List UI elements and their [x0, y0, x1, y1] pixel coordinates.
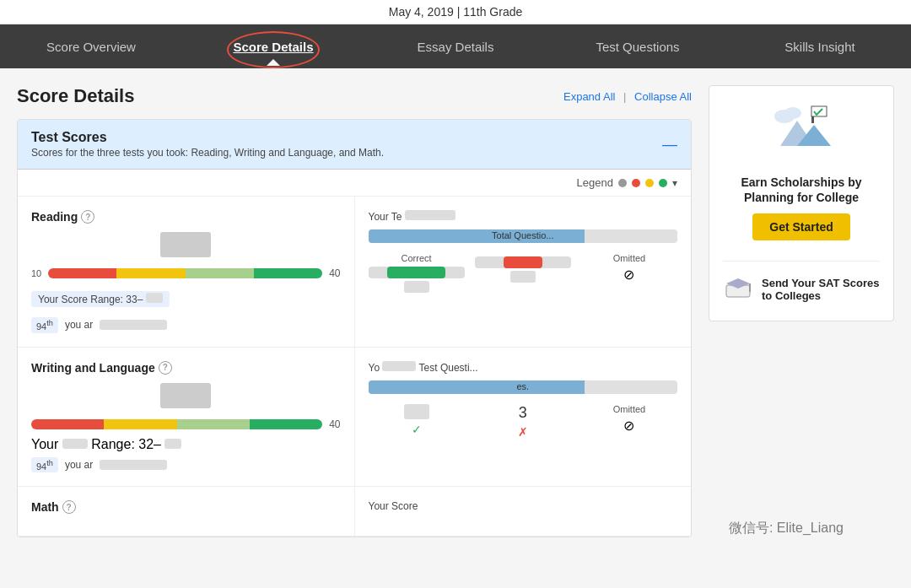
writing-score-range-row: Your Range: 32– [31, 437, 341, 452]
tab-skills-insight[interactable]: Skills Insight [729, 28, 911, 66]
reading-incorrect-item [475, 253, 571, 296]
writing-percentile-text: you ar [65, 459, 93, 471]
writing-percentile-blurred [100, 460, 167, 470]
sidebar-scholarship-title: Earn Scholarships by Planning for Colleg… [723, 175, 880, 205]
math-left: Math ? [18, 487, 355, 536]
reading-total-label: Total Questio... [492, 230, 553, 240]
tab-test-questions[interactable]: Test Questions [547, 28, 729, 66]
page-title-row: Score Details Expand All | Collapse All [17, 85, 692, 107]
reading-right: Your Te Total Questio... Correct [355, 197, 692, 347]
reading-bar-red [48, 268, 116, 278]
writing-score-end: 40 [329, 418, 340, 430]
reading-left: Reading ? 10 [18, 197, 355, 347]
writing-score-range-text: Your [31, 437, 58, 451]
top-bar-grade: 11th Grade [463, 5, 522, 19]
reading-score-end: 40 [329, 267, 340, 279]
sidebar-send-row: Send Your SAT Scores to Colleges [723, 272, 880, 307]
writing-incorrect-val: 3 [475, 404, 571, 422]
reading-score-bar-container: 10 40 [31, 267, 341, 279]
writing-cco-row: ✓ 3 ✗ Omitted ⊘ [369, 404, 678, 439]
reading-score-blurred [160, 232, 211, 257]
reading-score-range-row: Your Score Range: 33– [31, 286, 341, 312]
writing-tq-blurred [382, 361, 416, 371]
writing-percentile-badge: 94th [31, 457, 58, 473]
reading-tq-label-blurred [405, 210, 456, 220]
collapse-button[interactable]: — [662, 136, 677, 154]
reading-omitted-label: Omitted [581, 253, 677, 263]
writing-score-range-blurred1 [62, 439, 88, 449]
test-scores-description: Scores for the three tests you took: Rea… [31, 147, 384, 159]
reading-incorrect-bar [504, 256, 542, 268]
sidebar-scholarship-card: Earn Scholarships by Planning for Colleg… [709, 85, 894, 321]
reading-row: Reading ? 10 [18, 197, 691, 348]
math-help-icon[interactable]: ? [62, 500, 76, 514]
legend-label: Legend [577, 176, 613, 189]
reading-omitted-icon: ⊘ [581, 267, 677, 283]
reading-subject-name: Reading ? [31, 210, 341, 224]
math-row: Math ? Your Score [18, 487, 691, 537]
reading-bar-yellow [116, 268, 185, 278]
page-title: Score Details [17, 85, 134, 107]
reading-correct-label: Correct [369, 253, 465, 263]
writing-score-range-blurred2 [164, 439, 181, 449]
tab-score-details[interactable]: Score Details [182, 28, 364, 66]
writing-total-fill [369, 380, 585, 394]
legend-row: Legend ▾ [18, 170, 691, 197]
send-scores-icon [723, 272, 753, 307]
writing-total-bar: es. [369, 380, 678, 394]
reading-correct-bar-bg [369, 267, 465, 278]
collapse-all-link[interactable]: Collapse All [634, 90, 692, 103]
reading-cco-row: Correct [369, 253, 678, 296]
reading-correct-bar [387, 267, 445, 278]
writing-score-range-text2: Range: 32– [91, 437, 161, 451]
writing-correct-item: ✓ [369, 404, 465, 439]
content-area: Score Details Expand All | Collapse All … [17, 85, 692, 551]
writing-bar-lightgreen [177, 419, 250, 429]
writing-help-icon[interactable]: ? [159, 361, 172, 375]
writing-incorrect-icon: ✗ [475, 425, 571, 439]
svg-point-3 [784, 107, 801, 119]
reading-score-start: 10 [31, 268, 41, 278]
writing-score-bar [31, 419, 322, 429]
legend-dot-gray [618, 179, 627, 187]
reading-incorrect-bar-bg [475, 256, 571, 268]
test-scores-card: Test Scores Scores for the three tests y… [17, 119, 692, 537]
reading-correct-item: Correct [369, 253, 465, 296]
nav-tabs: Score Overview Score Details Essay Detai… [0, 24, 911, 68]
reading-percentile-sup: th [46, 319, 53, 327]
writing-correct-icon: ✓ [369, 423, 465, 436]
sidebar-divider [723, 261, 880, 262]
writing-bar-red [31, 419, 104, 429]
reading-percentile-row: 94th you ar [31, 317, 341, 333]
reading-help-icon[interactable]: ? [81, 210, 94, 224]
reading-tq-label: Your Te [369, 210, 678, 223]
math-right: Your Score [355, 487, 692, 536]
reading-percentile-badge: 94th [31, 317, 58, 333]
legend-chevron-icon[interactable]: ▾ [672, 177, 677, 189]
legend-dot-green [659, 179, 667, 187]
reading-tq-label-text: Your Te [369, 211, 402, 223]
writing-omitted-icon: ⊘ [581, 418, 677, 434]
test-scores-title: Test Scores [31, 130, 384, 145]
writing-tq-text1: Yo [369, 362, 380, 374]
tab-score-overview[interactable]: Score Overview [0, 28, 182, 66]
math-subject-name: Math ? [31, 500, 341, 514]
writing-tq-text2: Test Questi... [419, 362, 478, 374]
reading-score-range: Your Score Range: 33– [31, 291, 170, 307]
main-layout: Score Details Expand All | Collapse All … [0, 68, 911, 568]
expand-all-link[interactable]: Expand All [563, 90, 615, 103]
legend-dot-yellow [645, 179, 654, 187]
reading-total-bar: Total Questio... [369, 229, 678, 243]
get-started-button[interactable]: Get Started [752, 213, 849, 240]
send-icon-svg [723, 272, 753, 302]
test-scores-header-text: Test Scores Scores for the three tests y… [31, 130, 384, 159]
reading-omitted-item: Omitted ⊘ [581, 253, 677, 296]
test-scores-header: Test Scores Scores for the three tests y… [18, 120, 691, 170]
writing-subject-name: Writing and Language ? [31, 361, 341, 375]
tab-essay-details[interactable]: Essay Details [364, 28, 547, 66]
writing-bar-green [250, 419, 322, 429]
top-bar: May 4, 2019 | 11th Grade [0, 0, 911, 24]
reading-percentile-blurred [100, 320, 167, 330]
writing-tq-label: Yo Test Questi... [369, 361, 678, 374]
sidebar-illustration [723, 100, 880, 166]
